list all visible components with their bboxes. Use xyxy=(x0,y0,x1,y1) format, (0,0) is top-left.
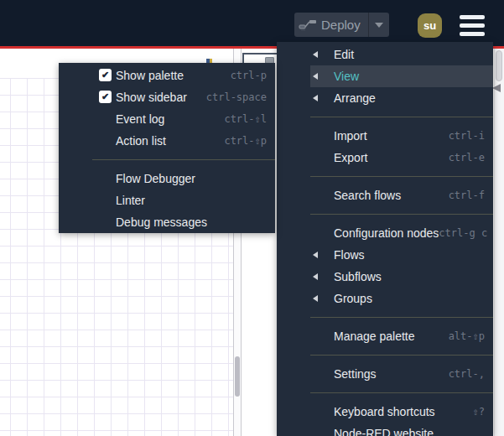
user-avatar[interactable]: su xyxy=(418,13,442,38)
sidebar-resize-handle-icon[interactable] xyxy=(492,80,501,89)
menu-item-label: View xyxy=(334,70,359,83)
submenu-left-arrow-icon xyxy=(313,95,318,101)
menu-item-node-red-website[interactable]: Node-RED website xyxy=(310,423,493,436)
menu-item-settings[interactable]: Settingsctrl-, xyxy=(310,363,493,385)
hamburger-bar xyxy=(460,32,485,36)
menu-item-view[interactable]: View xyxy=(310,65,493,87)
sidebar-scroll-strip xyxy=(494,49,504,436)
menu-item-shortcut: ctrl-space xyxy=(206,91,267,103)
submenu-left-arrow-icon xyxy=(313,252,318,258)
menu-item-event-log[interactable]: Event logctrl-⇧l xyxy=(92,108,275,130)
menu-item-label: Arrange xyxy=(334,91,376,105)
menu-item-label: Keyboard shortcuts xyxy=(334,405,435,418)
menu-item-label: Show palette xyxy=(116,69,184,82)
menu-item-manage-palette[interactable]: Manage palettealt-⇧p xyxy=(310,325,493,347)
menu-item-search-flows[interactable]: Search flowsctrl-f xyxy=(310,184,493,206)
menu-item-label: Debug messages xyxy=(116,215,207,229)
menu-item-shortcut: ctrl-p xyxy=(231,70,267,81)
menu-item-subflows[interactable]: Subflows xyxy=(310,266,493,288)
menu-item-shortcut: ctrl-g c xyxy=(439,227,487,239)
hamburger-bar xyxy=(460,15,485,19)
deploy-button-label: Deploy xyxy=(321,18,368,32)
menu-item-shortcut: ctrl-f xyxy=(449,189,485,201)
menu-item-export[interactable]: Exportctrl-e xyxy=(310,147,493,169)
menu-item-action-list[interactable]: Action listctrl-⇧p xyxy=(92,130,275,152)
menu-divider xyxy=(310,176,493,177)
menu-item-shortcut: ctrl-i xyxy=(449,130,485,142)
menu-item-show-palette[interactable]: ✔Show palettectrl-p xyxy=(92,65,275,86)
menu-item-linter[interactable]: Linter xyxy=(92,189,275,211)
menu-item-configuration-nodes[interactable]: Configuration nodesctrl-g c xyxy=(310,222,493,244)
menu-item-label: Configuration nodes xyxy=(334,226,439,240)
menu-item-edit[interactable]: Edit xyxy=(310,44,493,65)
menu-divider xyxy=(310,355,493,356)
menu-item-arrange[interactable]: Arrange xyxy=(310,87,493,109)
sidebar-scrollbar-thumb[interactable] xyxy=(496,50,502,81)
menu-item-shortcut: ctrl-⇧p xyxy=(224,135,267,147)
submenu-left-arrow-icon xyxy=(313,295,318,302)
menu-item-label: Linter xyxy=(116,194,145,207)
menu-item-label: Show sidebar xyxy=(116,91,187,104)
menu-item-keyboard-shortcuts[interactable]: Keyboard shortcuts⇧? xyxy=(310,401,493,423)
menu-item-label: Subflows xyxy=(334,270,382,283)
caret-down-icon xyxy=(375,23,383,28)
menu-item-label: Flows xyxy=(334,248,365,262)
menu-item-label: Search flows xyxy=(334,189,401,202)
menu-item-shortcut: alt-⇧p xyxy=(449,330,485,342)
menu-divider xyxy=(310,392,493,393)
submenu-left-arrow-icon xyxy=(313,51,318,58)
menu-item-label: Event log xyxy=(116,112,164,126)
menu-item-show-sidebar[interactable]: ✔Show sidebarctrl-space xyxy=(92,86,275,108)
menu-item-label: Export xyxy=(334,151,367,164)
menu-item-groups[interactable]: Groups xyxy=(310,288,493,309)
menu-divider xyxy=(310,117,493,117)
view-submenu: ✔Show palettectrl-p✔Show sidebarctrl-spa… xyxy=(59,63,275,233)
menu-item-label: Node-RED website xyxy=(334,427,434,436)
menu-item-label: Flow Debugger xyxy=(116,172,195,185)
menu-divider xyxy=(310,214,493,215)
menu-item-label: Edit xyxy=(334,48,354,61)
menu-item-shortcut: ctrl-e xyxy=(449,152,485,164)
main-menu-button[interactable] xyxy=(460,15,485,36)
deploy-nodes-icon xyxy=(294,18,321,32)
menu-item-label: Import xyxy=(334,129,367,143)
menu-item-flows[interactable]: Flows xyxy=(310,244,493,266)
menu-item-label: Groups xyxy=(334,292,372,305)
menu-divider xyxy=(92,159,275,160)
hamburger-bar xyxy=(460,23,485,28)
menu-item-debug-messages[interactable]: Debug messages xyxy=(92,211,275,233)
menu-item-label: Manage palette xyxy=(334,330,415,343)
checkbox-checked-icon[interactable]: ✔ xyxy=(99,69,112,81)
menu-item-label: Settings xyxy=(334,367,377,381)
submenu-left-arrow-icon xyxy=(313,73,318,80)
deploy-button[interactable]: Deploy xyxy=(294,13,389,37)
menu-item-label: Action list xyxy=(116,134,166,148)
deploy-options-caret[interactable] xyxy=(368,13,389,37)
menu-divider xyxy=(310,317,493,318)
checkbox-checked-icon[interactable]: ✔ xyxy=(99,91,112,103)
menu-item-import[interactable]: Importctrl-i xyxy=(310,125,493,147)
main-dropdown-menu: EditViewArrangeImportctrl-iExportctrl-eS… xyxy=(277,42,493,436)
menu-item-shortcut: ctrl-, xyxy=(449,368,485,380)
menu-item-shortcut: ctrl-⇧l xyxy=(224,113,267,125)
canvas-scrollbar-thumb[interactable] xyxy=(235,356,240,397)
sidebar-panel-border xyxy=(242,53,277,54)
menu-item-shortcut: ⇧? xyxy=(473,406,485,418)
menu-item-flow-debugger[interactable]: Flow Debugger xyxy=(92,168,275,189)
submenu-left-arrow-icon xyxy=(313,273,318,280)
